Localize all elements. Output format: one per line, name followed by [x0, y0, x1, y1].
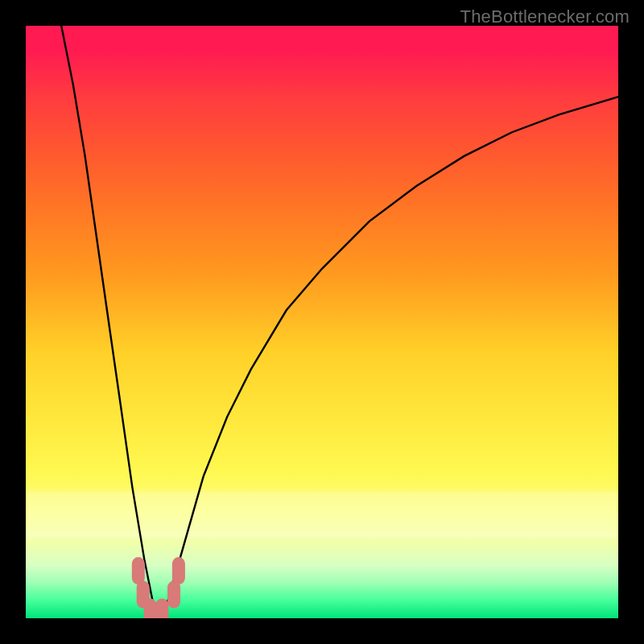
watermark-text: TheBottlenecker.com: [460, 6, 630, 27]
chart-frame: TheBottlenecker.com: [0, 0, 644, 644]
highlight-marker: [167, 581, 180, 609]
plot-area: [26, 26, 618, 618]
highlight-marker: [144, 599, 157, 618]
highlight-marker: [172, 557, 185, 584]
highlight-markers: [132, 557, 185, 618]
chart-svg: [26, 26, 618, 618]
highlight-marker: [132, 557, 145, 584]
bottleneck-curve: [61, 26, 618, 618]
highlight-marker: [155, 599, 168, 618]
